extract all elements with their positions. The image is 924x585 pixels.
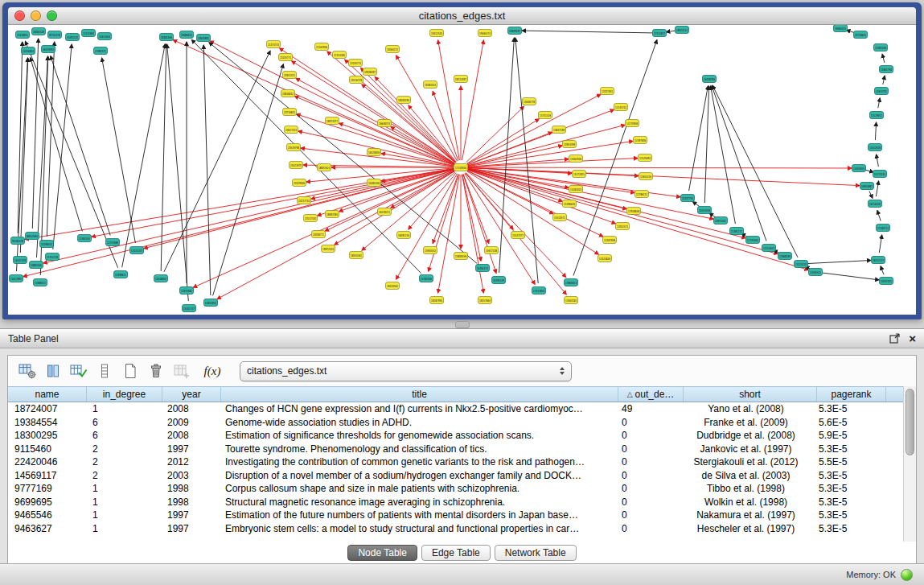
close-window-button[interactable] xyxy=(14,10,25,21)
network-edge[interactable] xyxy=(883,76,885,84)
network-node[interactable]: 21374733 xyxy=(267,41,281,48)
network-edge[interactable] xyxy=(53,44,72,249)
panel-resize-handle[interactable] xyxy=(455,321,470,328)
column-header-name[interactable]: name xyxy=(8,387,87,402)
network-edge[interactable] xyxy=(808,261,871,264)
network-node[interactable]: 19412504 xyxy=(430,30,444,37)
vertical-scrollbar[interactable] xyxy=(903,386,916,542)
network-node[interactable]: 15537077 xyxy=(511,232,525,239)
network-node[interactable]: 19565274 xyxy=(478,30,492,37)
network-node[interactable]: 17511877 xyxy=(653,30,667,37)
network-node[interactable]: 13187958 xyxy=(603,237,617,244)
network-edge[interactable] xyxy=(209,43,477,264)
table-row[interactable]: 977716911998Corpus callosum shape and si… xyxy=(8,482,904,496)
network-node[interactable]: 15062936 xyxy=(569,155,583,163)
network-edge[interactable] xyxy=(468,169,778,253)
network-edge[interactable] xyxy=(468,169,713,219)
network-node[interactable]: 16385446 xyxy=(368,179,381,187)
network-node[interactable]: 12747689 xyxy=(106,239,120,246)
network-node[interactable]: 17240916 xyxy=(454,164,468,171)
network-node[interactable]: 20728603 xyxy=(854,31,868,39)
minimize-window-button[interactable] xyxy=(31,10,41,21)
table-row[interactable]: 911546021997Tourette syndrome. Phenomeno… xyxy=(8,443,904,456)
network-node[interactable]: 15782506 xyxy=(420,275,433,282)
network-edge[interactable] xyxy=(462,40,484,160)
network-node[interactable]: 18157664 xyxy=(478,297,492,304)
network-node[interactable]: 20058771 xyxy=(312,231,326,238)
network-node[interactable]: 19116729 xyxy=(350,76,363,84)
network-node[interactable]: 18381569 xyxy=(160,34,174,41)
table-row[interactable]: 1938455462009Genome-wide association stu… xyxy=(8,416,904,430)
network-node[interactable]: 15950532 xyxy=(424,247,437,254)
table-row[interactable]: 946554611997Estimation of the future num… xyxy=(8,509,904,522)
network-node[interactable]: 17200713 xyxy=(877,225,890,232)
network-node[interactable]: 14843954 xyxy=(204,299,218,307)
network-node[interactable]: 19965431 xyxy=(834,25,848,32)
network-node[interactable]: 14512619 xyxy=(869,144,882,151)
network-node[interactable]: 11381111 xyxy=(730,228,744,235)
network-node[interactable]: 20423970 xyxy=(290,162,303,169)
function-builder-icon[interactable]: f(x) xyxy=(201,360,224,382)
delete-table-icon[interactable] xyxy=(145,360,167,382)
network-node[interactable]: 13124110 xyxy=(795,261,808,268)
network-node[interactable]: 12655226 xyxy=(639,173,653,180)
network-edge[interactable] xyxy=(468,169,746,238)
network-edge[interactable] xyxy=(689,86,708,191)
network-edge[interactable] xyxy=(210,41,454,164)
network-node[interactable]: 15301747 xyxy=(183,305,196,312)
network-edge[interactable] xyxy=(297,114,454,165)
network-edge[interactable] xyxy=(877,154,879,167)
network-node[interactable]: 15809259 xyxy=(454,253,468,260)
network-node[interactable]: 15173245 xyxy=(873,171,887,178)
network-node[interactable]: 17081971 xyxy=(94,47,108,55)
network-node[interactable]: 16648374 xyxy=(378,120,392,127)
network-node[interactable]: 20237734 xyxy=(298,197,311,204)
network-node[interactable]: 13463183 xyxy=(565,297,578,304)
column-header-title[interactable]: title xyxy=(221,387,618,402)
network-edge[interactable] xyxy=(438,40,460,160)
network-edge[interactable] xyxy=(463,175,496,274)
network-node[interactable]: 16795129 xyxy=(492,277,506,284)
network-node[interactable]: 16429593 xyxy=(42,46,55,53)
network-node[interactable]: 19086053 xyxy=(180,31,194,39)
network-edge[interactable] xyxy=(467,171,599,254)
network-edge[interactable] xyxy=(102,58,136,243)
network-edge[interactable] xyxy=(173,40,454,165)
network-edge[interactable] xyxy=(51,56,110,236)
network-node[interactable]: 17322850 xyxy=(532,287,546,295)
network-node[interactable]: 16239211 xyxy=(378,208,392,216)
network-node[interactable]: 16061428 xyxy=(32,28,46,35)
network-node[interactable]: 18287994 xyxy=(430,297,444,304)
network-edge[interactable] xyxy=(877,211,881,221)
network-node[interactable]: 13970082 xyxy=(180,287,194,295)
network-node[interactable]: 11083269 xyxy=(874,44,888,51)
column-header-year[interactable]: year xyxy=(162,387,221,402)
network-edge[interactable] xyxy=(345,60,456,163)
network-node[interactable]: 15396626 xyxy=(563,200,577,208)
network-edge[interactable] xyxy=(875,122,876,140)
network-window-titlebar[interactable]: citations_edges.txt xyxy=(8,7,916,25)
import-table-icon[interactable] xyxy=(170,360,193,382)
network-node[interactable]: 20921021 xyxy=(283,72,297,79)
network-node[interactable]: 20329946 xyxy=(293,179,306,187)
new-document-icon[interactable] xyxy=(119,360,142,382)
network-node[interactable]: 11988531 xyxy=(34,279,47,286)
network-node[interactable]: 21263936 xyxy=(315,43,329,51)
network-node[interactable]: 18692384 xyxy=(326,211,339,218)
network-node[interactable]: 10973501 xyxy=(714,217,728,225)
close-panel-icon[interactable]: × xyxy=(909,333,916,344)
network-node[interactable]: 21154285 xyxy=(333,51,347,59)
network-node[interactable]: 12668349 xyxy=(778,253,792,260)
network-node[interactable]: 15950004 xyxy=(852,165,866,172)
column-header-out_degree[interactable]: △out_de… xyxy=(618,387,684,402)
network-edge[interactable] xyxy=(882,54,885,63)
table-row[interactable]: 1830029562008Estimation of significance … xyxy=(8,429,904,443)
network-edge[interactable] xyxy=(167,44,189,301)
network-node[interactable]: 12918658 xyxy=(627,208,641,215)
network-edge[interactable] xyxy=(468,167,852,168)
network-node[interactable]: 10197793 xyxy=(681,195,695,202)
show-column-icon[interactable] xyxy=(42,360,64,382)
tab-network-table[interactable]: Network Table xyxy=(495,545,577,561)
network-edge[interactable] xyxy=(213,64,284,296)
network-edge[interactable] xyxy=(881,266,884,274)
